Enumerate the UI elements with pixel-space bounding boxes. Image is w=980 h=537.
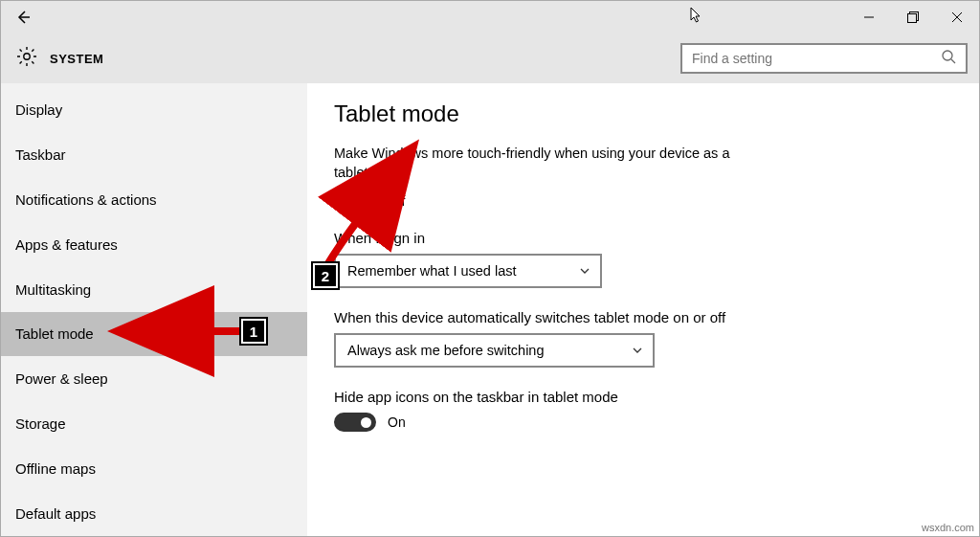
- svg-rect-2: [908, 14, 917, 23]
- search-icon: [941, 49, 956, 68]
- minimize-button[interactable]: [847, 1, 891, 34]
- watermark: wsxdn.com: [922, 522, 974, 533]
- sidebar-item-label: Taskbar: [15, 146, 66, 163]
- hideicons-label: Hide app icons on the taskbar in tablet …: [334, 389, 952, 405]
- sidebar-item-label: Power & sleep: [15, 370, 108, 387]
- chevron-down-icon: [632, 345, 643, 356]
- header: SYSTEM: [1, 34, 979, 83]
- autoswitch-dropdown[interactable]: Always ask me before switching: [334, 333, 655, 368]
- content: Tablet mode Make Windows more touch-frie…: [307, 83, 979, 536]
- sidebar-item-tablet-mode[interactable]: Tablet mode: [1, 312, 307, 357]
- svg-line-3: [952, 12, 962, 22]
- sidebar-item-label: Notifications & actions: [15, 191, 157, 208]
- sidebar-item-default-apps[interactable]: Default apps: [1, 491, 307, 536]
- sidebar-item-power[interactable]: Power & sleep: [1, 356, 307, 401]
- page-title: Tablet mode: [334, 101, 952, 127]
- header-left: SYSTEM: [15, 45, 103, 72]
- hideicons-state: On: [388, 414, 406, 430]
- window-controls: [847, 1, 979, 34]
- sidebar-item-offline-maps[interactable]: Offline maps: [1, 446, 307, 491]
- sidebar-item-label: Multitasking: [15, 281, 91, 298]
- search-input[interactable]: [692, 51, 922, 66]
- svg-line-4: [952, 12, 962, 22]
- sidebar-item-label: Apps & features: [15, 236, 118, 253]
- search-box[interactable]: [680, 43, 968, 74]
- sidebar-item-label: Display: [15, 101, 62, 118]
- sidebar-item-label: Offline maps: [15, 460, 96, 477]
- touch-friendly-row: Off: [334, 191, 952, 211]
- body: Display Taskbar Notifications & actions …: [1, 83, 979, 536]
- sidebar-item-storage[interactable]: Storage: [1, 401, 307, 446]
- sidebar-item-apps[interactable]: Apps & features: [1, 222, 307, 267]
- toggle-knob: [339, 196, 349, 207]
- signin-value: Remember what I used last: [347, 263, 517, 279]
- back-button[interactable]: [1, 1, 45, 34]
- svg-line-7: [951, 59, 955, 63]
- svg-rect-1: [910, 12, 919, 21]
- sidebar-item-label: Tablet mode: [15, 325, 94, 342]
- gear-icon: [15, 45, 38, 72]
- toggle-knob: [361, 417, 371, 428]
- hideicons-row: On: [334, 413, 952, 432]
- close-button[interactable]: [935, 1, 979, 34]
- signin-dropdown[interactable]: Remember what I used last: [334, 254, 602, 288]
- maximize-button[interactable]: [891, 1, 935, 34]
- sidebar: Display Taskbar Notifications & actions …: [1, 83, 307, 536]
- sidebar-item-taskbar[interactable]: Taskbar: [1, 132, 307, 177]
- sidebar-item-label: Storage: [15, 415, 66, 432]
- autoswitch-label: When this device automatically switches …: [334, 309, 952, 325]
- settings-window: SYSTEM Display Taskbar Notifications & a…: [0, 0, 980, 537]
- sidebar-item-label: Default apps: [15, 505, 96, 522]
- touch-friendly-toggle[interactable]: [334, 191, 376, 211]
- autoswitch-value: Always ask me before switching: [347, 343, 545, 358]
- sidebar-item-display[interactable]: Display: [1, 87, 307, 132]
- titlebar: [1, 1, 979, 34]
- hideicons-toggle[interactable]: [334, 413, 376, 432]
- sidebar-item-multitasking[interactable]: Multitasking: [1, 267, 307, 312]
- sidebar-item-notifications[interactable]: Notifications & actions: [1, 177, 307, 222]
- chevron-down-icon: [579, 265, 590, 277]
- touch-friendly-label: Make Windows more touch-friendly when us…: [334, 145, 746, 182]
- signin-label: When I sign in: [334, 230, 952, 246]
- svg-point-6: [943, 51, 952, 60]
- touch-friendly-state: Off: [388, 193, 405, 209]
- svg-point-5: [24, 54, 30, 59]
- mouse-cursor-icon: [690, 7, 703, 28]
- header-title: SYSTEM: [50, 52, 103, 66]
- back-arrow-icon: [14, 9, 32, 26]
